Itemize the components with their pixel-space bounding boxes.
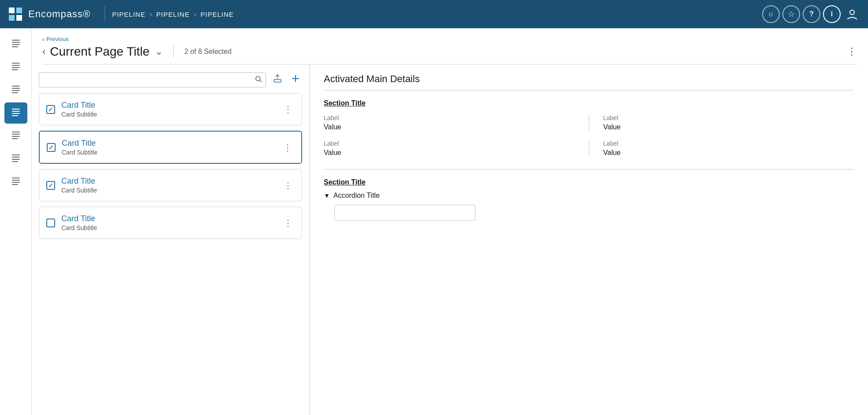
svg-rect-26	[12, 157, 20, 158]
sidebar-item-7[interactable]	[4, 171, 27, 192]
svg-rect-30	[12, 180, 20, 181]
card-4-title: Card Title	[61, 214, 276, 223]
card-1-title: Card Title	[61, 101, 276, 110]
card-2-checkbox[interactable]: ✓	[47, 143, 56, 152]
accordion-input-field[interactable]	[334, 205, 475, 221]
page-header-row: ‹ Current Page Title ⌄ 2 of 8 Selected ⋮	[42, 45, 857, 59]
user-icon	[846, 8, 858, 20]
svg-rect-1	[16, 8, 22, 13]
list-icon-1	[11, 38, 21, 50]
page-more-button[interactable]: ⋮	[847, 46, 857, 57]
card-1-subtitle: Card Subtitle	[61, 111, 276, 118]
svg-line-34	[260, 80, 262, 82]
sidebar-item-1[interactable]	[4, 34, 27, 55]
svg-rect-22	[12, 134, 20, 135]
svg-rect-27	[12, 159, 20, 160]
two-col-layout: ✓ Card Title Card Subtitle ⋮ ✓ Card Titl…	[32, 64, 868, 415]
breadcrumb-1[interactable]: PIPELINE	[112, 11, 146, 18]
detail-row-2: Label Value Label Value	[324, 140, 854, 157]
svg-rect-19	[12, 113, 20, 114]
sidebar-item-3[interactable]	[4, 79, 27, 101]
card-3-menu-button[interactable]: ⋮	[282, 178, 295, 192]
right-panel: Activated Main Details Section Title Lab…	[310, 64, 868, 415]
card-2-menu-button[interactable]: ⋮	[281, 140, 294, 155]
svg-rect-20	[12, 115, 18, 116]
detail-row-2-left: Label Value	[324, 140, 575, 157]
detail-value-1-left: Value	[324, 123, 575, 131]
sidebar	[0, 28, 32, 415]
info-icon-button[interactable]: i	[823, 5, 841, 23]
detail-row-1: Label Value Label Value	[324, 114, 854, 131]
svg-rect-21	[12, 132, 20, 132]
svg-rect-7	[12, 44, 20, 45]
detail-row-1-left: Label Value	[324, 114, 575, 131]
nav-breadcrumbs: PIPELINE › PIPELINE › PIPELINE	[112, 11, 762, 18]
sidebar-item-5[interactable]	[4, 125, 27, 147]
accordion-title: Accordion Title	[333, 192, 380, 200]
svg-rect-16	[12, 92, 18, 93]
nav-actions: ○ ☆ ? i	[762, 5, 861, 23]
card-4-checkbox[interactable]	[46, 219, 55, 227]
detail-label-1-right: Label	[603, 114, 854, 121]
svg-rect-28	[12, 161, 18, 162]
accordion-content	[334, 205, 854, 221]
card-1-checkbox[interactable]: ✓	[46, 105, 55, 114]
section-dashed-divider	[324, 169, 854, 170]
previous-label[interactable]: Previous	[46, 36, 69, 42]
page-title-dropdown-icon[interactable]: ⌄	[155, 46, 163, 57]
section-1-title: Section Title	[324, 99, 854, 107]
sidebar-item-4[interactable]	[4, 102, 27, 124]
user-icon-button[interactable]	[843, 5, 861, 23]
circle-icon-button[interactable]: ○	[762, 5, 780, 23]
add-button[interactable]	[289, 72, 302, 87]
card-4-menu-button[interactable]: ⋮	[282, 216, 295, 230]
count-current: 2	[184, 48, 188, 55]
svg-rect-23	[12, 136, 20, 137]
detail-value-2-right: Value	[603, 149, 854, 157]
search-input[interactable]	[39, 73, 266, 87]
export-button[interactable]	[270, 72, 284, 88]
back-arrow-icon[interactable]: ‹	[42, 46, 45, 57]
breadcrumb-2[interactable]: PIPELINE	[156, 11, 190, 18]
search-icon-button[interactable]	[255, 75, 262, 84]
list-icon-7	[11, 176, 21, 188]
sidebar-item-2[interactable]	[4, 57, 27, 78]
checkmark-icon-1: ✓	[48, 106, 53, 113]
star-icon-button[interactable]: ☆	[782, 5, 800, 23]
app-name: Encompass®	[28, 8, 90, 20]
detail-row-2-right: Label Value	[603, 140, 854, 157]
card-3[interactable]: ✓ Card Title Card Subtitle ⋮	[39, 169, 302, 201]
svg-rect-24	[12, 138, 18, 139]
svg-rect-5	[12, 40, 20, 41]
detail-panel-divider	[324, 90, 854, 91]
card-1-menu-button[interactable]: ⋮	[282, 102, 295, 117]
detail-label-1-left: Label	[324, 114, 575, 121]
card-2[interactable]: ✓ Card Title Card Subtitle ⋮	[39, 131, 302, 164]
card-1[interactable]: ✓ Card Title Card Subtitle ⋮	[39, 93, 302, 125]
search-icon	[255, 75, 262, 83]
count-total: 8	[198, 48, 202, 55]
list-icon-5	[11, 130, 21, 142]
help-icon-button[interactable]: ?	[803, 5, 820, 23]
list-icon-6	[11, 153, 21, 165]
svg-point-4	[850, 10, 854, 15]
card-3-checkbox[interactable]: ✓	[46, 181, 55, 190]
card-3-subtitle: Card Subtitle	[61, 187, 276, 194]
svg-rect-3	[16, 15, 22, 21]
detail-value-2-left: Value	[324, 149, 575, 157]
accordion-arrow-icon: ▼	[324, 192, 330, 199]
card-1-content: Card Title Card Subtitle	[61, 101, 276, 118]
section-1: Section Title Label Value Label Value	[324, 99, 854, 166]
accordion-row[interactable]: ▼ Accordion Title	[324, 192, 854, 200]
previous-link[interactable]: ‹ Previous	[42, 35, 857, 43]
left-panel: ✓ Card Title Card Subtitle ⋮ ✓ Card Titl…	[32, 64, 310, 415]
svg-rect-32	[12, 184, 18, 185]
svg-rect-14	[12, 88, 20, 89]
sidebar-item-6[interactable]	[4, 148, 27, 170]
card-4[interactable]: Card Title Card Subtitle ⋮	[39, 207, 302, 239]
svg-rect-2	[9, 15, 15, 21]
section-2-title: Section Title	[324, 178, 854, 186]
breadcrumb-3[interactable]: PIPELINE	[201, 11, 234, 18]
card-2-content: Card Title Card Subtitle	[62, 139, 275, 156]
detail-value-1-right: Value	[603, 123, 854, 131]
